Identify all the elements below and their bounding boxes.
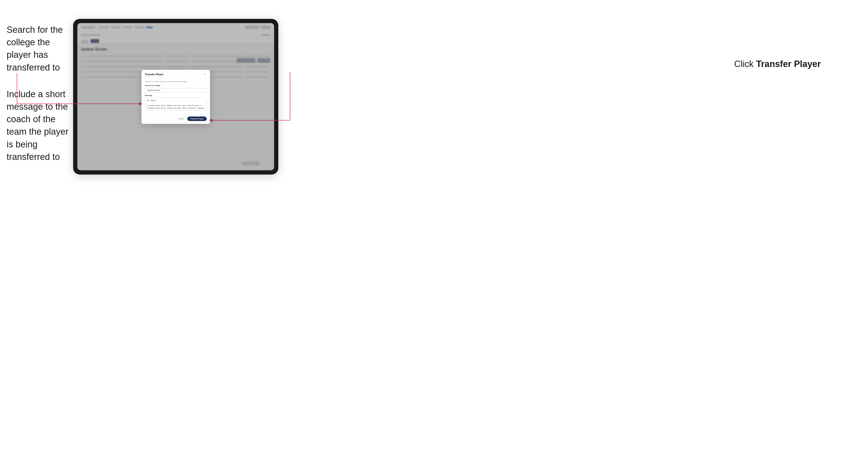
- transfer-player-button[interactable]: Transfer Player: [187, 117, 207, 121]
- cancel-button[interactable]: Cancel: [177, 117, 185, 121]
- transfer-player-modal: Transfer Player × Transfer the player an…: [142, 70, 210, 124]
- modal-overlay: Transfer Player × Transfer the player an…: [78, 23, 274, 170]
- search-college-label: Search for College: [145, 85, 207, 87]
- annotation-click-prefix: Click: [734, 59, 756, 69]
- message-label: Message: [145, 94, 207, 96]
- modal-footer: Cancel Transfer Player: [142, 115, 210, 124]
- annotation-message-text: Include a short message to the coach of …: [7, 89, 68, 162]
- modal-close-button[interactable]: ×: [203, 73, 207, 76]
- annotation-right: Click Transfer Player: [734, 59, 821, 69]
- modal-title: Transfer Player: [145, 73, 164, 76]
- tablet-device: Update Roster Transfer Player: [73, 19, 278, 175]
- annotation-left: Search for the college the player has tr…: [7, 24, 73, 163]
- modal-header: Transfer Player ×: [142, 70, 210, 78]
- annotation-search-text: Search for the college the player has tr…: [7, 25, 63, 72]
- search-college-input[interactable]: [145, 88, 207, 92]
- annotation-transfer-player-bold: Transfer Player: [756, 59, 821, 69]
- modal-subtitle: Transfer the player and their profile to…: [145, 81, 207, 83]
- modal-body: Transfer the player and their profile to…: [142, 78, 210, 115]
- message-textarea[interactable]: [145, 97, 207, 111]
- tablet-screen: Update Roster Transfer Player: [78, 23, 274, 170]
